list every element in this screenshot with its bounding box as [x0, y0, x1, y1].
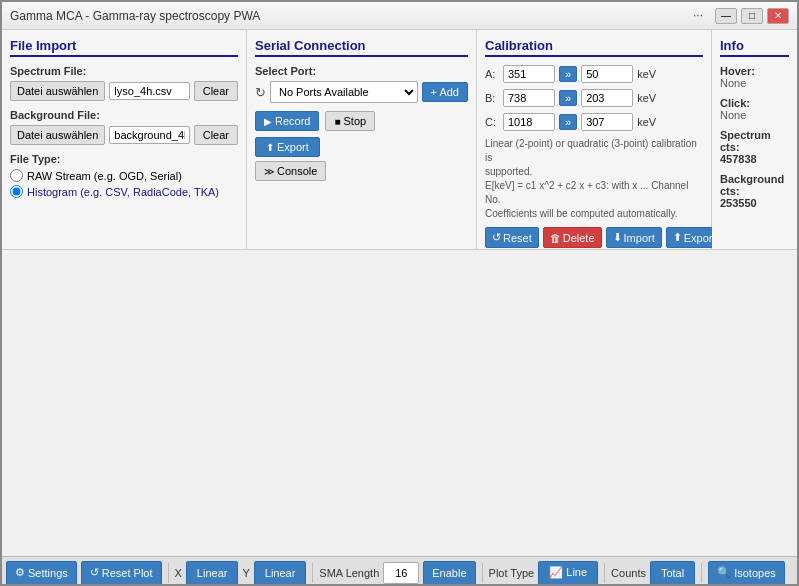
add-port-button[interactable]: + Add [422, 82, 468, 102]
cal-input-a2[interactable] [581, 65, 633, 83]
cal-row-b: B: » keV [485, 89, 703, 107]
sep5 [701, 563, 702, 583]
calibration-info: Linear (2-point) or quadratic (3-point) … [485, 137, 703, 221]
background-cts-label: Background cts: [720, 173, 789, 197]
cal-reset-button[interactable]: ↺ Reset [485, 227, 539, 248]
info-title: Info [720, 38, 789, 57]
click-value: None [720, 109, 789, 121]
line-chart-icon: 📈 [549, 566, 563, 578]
settings-button[interactable]: ⚙ Settings [6, 561, 77, 585]
cal-unit-c: keV [637, 116, 656, 128]
reset-plot-button[interactable]: ↺ Reset Plot [81, 561, 162, 585]
y-scale-button[interactable]: Linear [254, 561, 307, 585]
stop-button[interactable]: ■ Stop [325, 111, 375, 131]
cal-input-c1[interactable] [503, 113, 555, 131]
record-label: Record [275, 115, 310, 127]
serial-export-button[interactable]: ⬆ Export [255, 137, 320, 157]
cal-input-b1[interactable] [503, 89, 555, 107]
cal-input-b2[interactable] [581, 89, 633, 107]
sma-input[interactable] [383, 562, 419, 584]
cal-arrow-a[interactable]: » [559, 66, 577, 82]
info-panel: Info Hover: None Click: None Spectrum ct… [712, 30, 797, 249]
port-label: Select Port: [255, 65, 468, 77]
stop-icon: ■ [334, 116, 340, 127]
background-file-input[interactable] [109, 126, 189, 144]
calibration-title: Calibration [485, 38, 703, 57]
settings-icon: ⚙ [15, 566, 25, 579]
reset-plot-icon: ↺ [90, 566, 99, 579]
cal-arrow-b[interactable]: » [559, 90, 577, 106]
settings-label: Settings [28, 567, 68, 579]
background-cts-value: 253550 [720, 197, 789, 209]
background-file-row: Datei auswählen Clear [10, 125, 238, 145]
cal-input-a1[interactable] [503, 65, 555, 83]
radio-histogram-label: Histogram (e.g. CSV, RadiaCode, TKA) [27, 186, 219, 198]
spectrum-file-input[interactable] [109, 82, 189, 100]
record-button[interactable]: ▶ Record [255, 111, 319, 131]
isotopes-button[interactable]: 🔍 Isotopes [708, 561, 785, 585]
console-icon: ≫ [264, 166, 274, 177]
spectrum-cts-section: Spectrum cts: 457838 [720, 129, 789, 165]
cal-delete-label: Delete [563, 232, 595, 244]
background-file-label: Background File: [10, 109, 238, 121]
more-icon: ··· [693, 8, 703, 24]
cal-delete-button[interactable]: 🗑 Delete [543, 227, 602, 248]
search-icon: 🔍 [717, 566, 731, 579]
cal-arrow-c[interactable]: » [559, 114, 577, 130]
calibration-buttons: ↺ Reset 🗑 Delete ⬇ Import ⬆ [485, 227, 703, 248]
spectrum-file-row: Datei auswählen Clear [10, 81, 238, 101]
cal-reset-label: Reset [503, 232, 532, 244]
file-import-title: File Import [10, 38, 238, 57]
close-button[interactable]: ✕ [767, 8, 789, 24]
cal-row-a: A: » keV [485, 65, 703, 83]
spectrum-cts-label: Spectrum cts: [720, 129, 789, 153]
spectrum-cts-value: 457838 [720, 153, 789, 165]
calibration-panel: Calibration A: » keV B: » [477, 30, 712, 249]
record-icon: ▶ [264, 116, 272, 127]
serial-export-label: Export [277, 141, 309, 153]
cal-import-icon: ⬇ [613, 231, 622, 244]
background-clear-button[interactable]: Clear [194, 125, 238, 145]
bottom-toolbar: ⚙ Settings ↺ Reset Plot X Linear Y Linea… [2, 556, 797, 586]
cal-input-c2[interactable] [581, 113, 633, 131]
click-section: Click: None [720, 97, 789, 121]
enable-button[interactable]: Enable [423, 561, 475, 585]
app-title: Gamma MCA - Gamma-ray spectroscopy PWA [10, 9, 260, 23]
cal-unit-a: keV [637, 68, 656, 80]
filetype-label: File Type: [10, 153, 238, 165]
sep3 [482, 563, 483, 583]
panels-and-chart: File Import Spectrum File: Datei auswähl… [2, 30, 797, 556]
radio-histogram[interactable] [10, 185, 23, 198]
background-cts-section: Background cts: 253550 [720, 173, 789, 209]
minimize-button[interactable]: — [715, 8, 737, 24]
console-label: Console [277, 165, 317, 177]
cal-label-a: A: [485, 68, 499, 80]
background-file-button[interactable]: Datei auswählen [10, 125, 105, 145]
port-select[interactable]: No Ports Available [270, 81, 418, 103]
export-icon: ⬆ [266, 142, 274, 153]
counts-button[interactable]: Total [650, 561, 695, 585]
file-import-panel: File Import Spectrum File: Datei auswähl… [2, 30, 247, 249]
radio-raw-label: RAW Stream (e.g. OGD, Serial) [27, 170, 182, 182]
isotopes-label: Isotopes [734, 567, 776, 579]
cal-import-button[interactable]: ⬇ Import [606, 227, 662, 248]
serial-connection-title: Serial Connection [255, 38, 468, 57]
reset-icon: ↺ [492, 231, 501, 244]
record-stop-row: ▶ Record ■ Stop [255, 111, 468, 131]
reset-plot-label: Reset Plot [102, 567, 153, 579]
maximize-button[interactable]: □ [741, 8, 763, 24]
spectrum-file-button[interactable]: Datei auswählen [10, 81, 105, 101]
hover-section: Hover: None [720, 65, 789, 89]
filetype-section: File Type: RAW Stream (e.g. OGD, Serial)… [10, 153, 238, 198]
radio-raw[interactable] [10, 169, 23, 182]
cal-label-b: B: [485, 92, 499, 104]
spectrum-clear-button[interactable]: Clear [194, 81, 238, 101]
plot-type-button[interactable]: 📈 Line [538, 561, 598, 585]
click-label: Click: [720, 97, 789, 109]
delete-icon: 🗑 [550, 232, 561, 244]
titlebar-controls: ··· — □ ✕ [693, 8, 789, 24]
content-wrapper: File Import Spectrum File: Datei auswähl… [2, 30, 797, 586]
console-button[interactable]: ≫ Console [255, 161, 326, 181]
x-scale-button[interactable]: Linear [186, 561, 239, 585]
serial-connection-panel: Serial Connection Select Port: ↻ No Port… [247, 30, 477, 249]
